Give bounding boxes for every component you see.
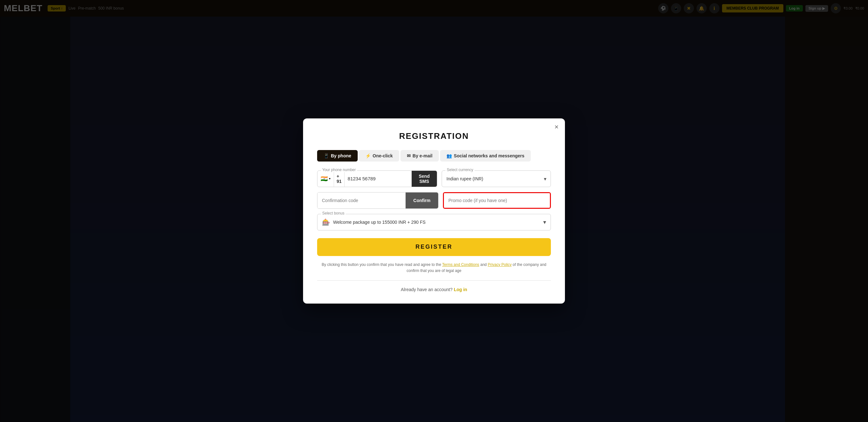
social-tab-icon: 👥: [446, 153, 452, 158]
modal-title: REGISTRATION: [317, 131, 551, 141]
send-sms-button[interactable]: Send SMS: [412, 171, 437, 187]
login-row: Already have an account? Log in: [317, 287, 551, 292]
registration-tabs: 📱 By phone ⚡ One-click ✉ By e-mail 👥 Soc…: [317, 150, 551, 162]
bonus-select[interactable]: 🎰 Welcome package up to 155000 INR + 290…: [317, 214, 551, 230]
confirmation-code-group: Confirm: [317, 192, 438, 209]
tab-by-phone[interactable]: 📱 By phone: [317, 150, 358, 162]
phone-currency-row: Your phone number 🇮🇳 ▾ + 91 Send SMS Sel…: [317, 170, 551, 187]
bonus-text: Welcome package up to 155000 INR + 290 F…: [333, 220, 543, 225]
email-tab-icon: ✉: [407, 153, 411, 158]
confirm-promo-row: Confirm: [317, 192, 551, 209]
confirmation-code-input[interactable]: [317, 193, 406, 208]
phone-label: Your phone number: [321, 168, 357, 172]
currency-field-group: Select currency Indian rupee (INR): [442, 170, 551, 187]
phone-tab-icon: 📱: [323, 153, 329, 158]
tab-one-click[interactable]: ⚡ One-click: [359, 150, 399, 162]
promo-code-wrapper: [443, 192, 551, 209]
terms-link[interactable]: Terms and Conditions: [442, 262, 479, 267]
phone-input-wrapper: 🇮🇳 ▾ + 91 Send SMS: [317, 170, 437, 187]
modal-close-button[interactable]: ×: [554, 124, 559, 131]
country-code: + 91: [334, 171, 345, 187]
modal-divider: [317, 280, 551, 281]
privacy-link[interactable]: Privacy Policy: [488, 262, 512, 267]
flag-emoji: 🇮🇳: [321, 175, 328, 182]
bonus-label: Select bonus: [321, 211, 345, 216]
modal-overlay: × REGISTRATION 📱 By phone ⚡ One-click ✉ …: [0, 0, 868, 422]
bonus-chevron-icon: [543, 219, 546, 226]
login-link[interactable]: Log in: [454, 287, 467, 292]
bonus-row: Select bonus 🎰 Welcome package up to 155…: [317, 214, 551, 230]
promo-code-input[interactable]: [444, 193, 550, 208]
registration-modal: × REGISTRATION 📱 By phone ⚡ One-click ✉ …: [303, 119, 565, 303]
oneclick-tab-icon: ⚡: [365, 153, 371, 158]
flag-chevron: ▾: [329, 177, 331, 181]
register-button[interactable]: REGISTER: [317, 238, 551, 256]
confirm-button[interactable]: Confirm: [406, 193, 438, 208]
bonus-icon: 🎰: [322, 218, 330, 226]
currency-label: Select currency: [445, 168, 474, 172]
phone-field-group: Your phone number 🇮🇳 ▾ + 91 Send SMS: [317, 170, 437, 187]
country-flag-selector[interactable]: 🇮🇳 ▾: [317, 171, 334, 187]
phone-number-input[interactable]: [345, 176, 412, 181]
legal-text: By clicking this button you confirm that…: [317, 262, 551, 274]
tab-social[interactable]: 👥 Social networks and messengers: [440, 150, 531, 162]
tab-by-email[interactable]: ✉ By e-mail: [400, 150, 439, 162]
currency-select[interactable]: Indian rupee (INR): [442, 170, 551, 187]
